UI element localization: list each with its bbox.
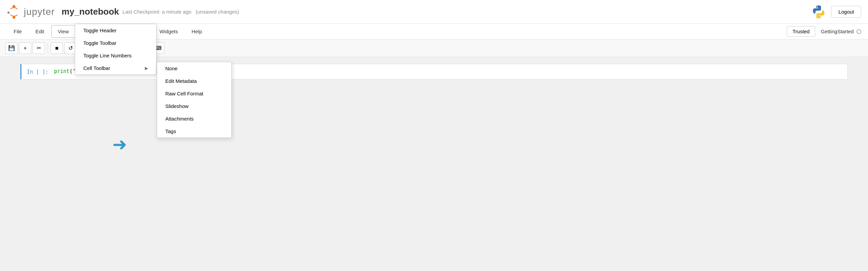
cell-toolbar-edit-metadata[interactable]: Edit Metadata xyxy=(157,75,231,87)
menu-item-file[interactable]: File xyxy=(7,25,28,38)
menu-item-widgets[interactable]: Widgets xyxy=(153,25,184,38)
cut-icon: ✂ xyxy=(37,45,41,51)
svg-point-2 xyxy=(7,11,10,14)
stop-button[interactable]: ■ xyxy=(51,42,63,54)
add-cell-button[interactable]: + xyxy=(19,42,31,54)
toolbar-separator-1 xyxy=(48,43,48,53)
cell-toolbar-tags[interactable]: Tags xyxy=(157,125,231,138)
trusted-button[interactable]: Trusted xyxy=(787,26,815,37)
jupyter-logo: jupyter xyxy=(7,5,55,19)
blue-arrow-indicator: ➜ xyxy=(112,134,127,155)
cell-toolbar-attachments[interactable]: Attachments xyxy=(157,112,231,125)
save-button[interactable]: 💾 xyxy=(5,42,18,54)
top-bar-right: Logout xyxy=(812,5,861,19)
kernel-indicator: GettingStarted xyxy=(821,29,861,34)
cut-cell-button[interactable]: ✂ xyxy=(33,42,45,54)
menu-bar: File Edit View Insert Cell Kernel Widget… xyxy=(0,24,868,39)
python-logo-icon xyxy=(812,5,826,19)
menu-item-help[interactable]: Help xyxy=(185,25,208,38)
menu-item-edit[interactable]: Edit xyxy=(29,25,51,38)
cell-toolbar-slideshow[interactable]: Slideshow xyxy=(157,100,231,112)
view-toggle-toolbar[interactable]: Toggle Toolbar xyxy=(75,37,156,49)
menu-bar-right: Trusted GettingStarted xyxy=(787,24,861,39)
jupyter-brand-text: jupyter xyxy=(24,6,55,17)
notebook-title[interactable]: my_notebook xyxy=(62,6,119,17)
view-toggle-header[interactable]: Toggle Header xyxy=(75,24,156,37)
kernel-status-circle xyxy=(856,29,861,34)
view-toggle-line-numbers[interactable]: Toggle Line Numbers xyxy=(75,49,156,62)
restart-icon: ↺ xyxy=(68,45,73,51)
cell-toolbar-raw-cell-format[interactable]: Raw Cell Format xyxy=(157,87,231,100)
cell-toolbar-none[interactable]: None xyxy=(157,62,231,75)
view-cell-toolbar[interactable]: Cell Toolbar ▶ None Edit Metadata Raw Ce… xyxy=(75,62,156,74)
menu-item-view[interactable]: View xyxy=(51,25,75,38)
save-icon: 💾 xyxy=(8,45,15,51)
code-print-keyword: print xyxy=(54,68,69,74)
submenu-arrow-icon: ▶ xyxy=(145,66,148,71)
add-icon: + xyxy=(23,45,27,51)
jupyter-logo-icon xyxy=(7,5,21,19)
view-dropdown: Toggle Header Toggle Toolbar Toggle Line… xyxy=(75,24,156,75)
logout-button[interactable]: Logout xyxy=(831,6,861,18)
cell-toolbar-submenu: None Edit Metadata Raw Cell Format Slide… xyxy=(157,62,232,138)
cell-prompt: In [ ]: xyxy=(27,68,54,75)
stop-icon: ■ xyxy=(55,45,59,51)
checkpoint-info: Last Checkpoint: a minute ago (unsaved c… xyxy=(122,9,239,15)
top-bar: jupyter my_notebook Last Checkpoint: a m… xyxy=(0,0,868,24)
